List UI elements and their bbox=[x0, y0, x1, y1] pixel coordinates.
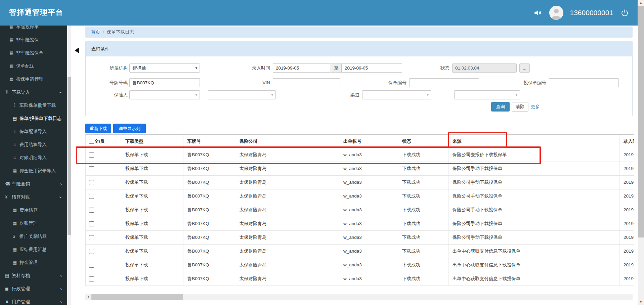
sidebar-item-4[interactable]: ▦投保申请管理 bbox=[0, 73, 67, 86]
chevron-down-icon: › bbox=[58, 91, 64, 93]
sidebar-item-16[interactable]: $推广奖励结算 bbox=[0, 230, 67, 243]
sidebar-item-label: 车险投保单 bbox=[16, 26, 39, 30]
vin-label: VIN bbox=[237, 78, 270, 87]
sidebar-item-17[interactable]: ▦应结费用汇总 bbox=[0, 243, 67, 256]
row-checkbox[interactable] bbox=[89, 263, 94, 268]
table-row: 投保单下载 鲁B007KQ 太保财险青岛 w_anda3 下载成功 保险公司手动… bbox=[86, 231, 634, 245]
cell-plate: 鲁B007KQ bbox=[183, 203, 235, 217]
row-checkbox[interactable] bbox=[89, 180, 94, 185]
org-select[interactable]: 智择通 ▾ bbox=[129, 63, 200, 73]
speaker-icon[interactable] bbox=[533, 8, 543, 17]
cell-status: 下载成功 bbox=[398, 148, 448, 162]
sidebar-collapse-toggle-icon[interactable] bbox=[75, 47, 79, 53]
cell-source: 出单中心获取支付信息下载投保单 bbox=[448, 258, 619, 272]
sidebar-item-19[interactable]: ▤资料存档› bbox=[0, 269, 67, 282]
cell-download-type: 投保单下载 bbox=[121, 162, 183, 175]
grid-icon: ▦ bbox=[9, 50, 16, 55]
sidebar-item-7[interactable]: ▤保单/投保单下载日志 bbox=[0, 112, 67, 125]
cell-entry-time: 2019-09-05 bbox=[619, 258, 634, 272]
sidebar-item-0[interactable]: ▦车险投保单 bbox=[0, 26, 67, 33]
dollar-icon: $ bbox=[13, 234, 19, 239]
cell-company: 太保财险青岛 bbox=[235, 176, 339, 189]
proposal-no-input[interactable] bbox=[549, 78, 619, 87]
vin-input[interactable] bbox=[273, 78, 340, 87]
row-checkbox[interactable] bbox=[89, 221, 94, 226]
row-checkbox[interactable] bbox=[89, 208, 94, 213]
cell-account: w_anda3 bbox=[339, 231, 398, 244]
entry-time-from-input[interactable] bbox=[273, 63, 331, 73]
status-picker-button[interactable]: ... bbox=[519, 63, 530, 73]
cell-company: 太保财险青岛 bbox=[235, 258, 339, 272]
sidebar-item-15[interactable]: ▦对账管理 bbox=[0, 217, 67, 230]
channel-select-1[interactable]: ▾ bbox=[362, 90, 431, 99]
cell-entry-time: 2019-09-05 bbox=[619, 231, 634, 244]
table-row: 投保单下载 鲁B007KQ 太保财险青岛 w_anda3 下载成功 保险公司手动… bbox=[86, 217, 634, 231]
sidebar-item-6[interactable]: ⇩车险保单批量下载 bbox=[0, 99, 67, 112]
channel-label: 渠道 bbox=[326, 90, 359, 99]
sidebar-item-11[interactable]: ▦押金抵用记录导入 bbox=[0, 164, 67, 177]
cell-source: 保险公司去报价下载投保单 bbox=[448, 148, 619, 162]
grid-icon: ▦ bbox=[9, 77, 16, 82]
sidebar-item-label: 对账管理 bbox=[19, 220, 38, 226]
row-checkbox[interactable] bbox=[89, 249, 94, 254]
insurer-select-2[interactable]: ▾ bbox=[208, 90, 276, 99]
col-header-download-type: 下载类型 bbox=[121, 135, 183, 148]
sidebar-item-20[interactable]: ◼行政管理› bbox=[0, 282, 67, 295]
plate-input[interactable] bbox=[129, 78, 200, 87]
import-icon: ⇩ bbox=[13, 142, 19, 147]
power-logout-icon[interactable] bbox=[620, 8, 629, 17]
redownload-button[interactable]: 重新下载 bbox=[85, 124, 111, 133]
status-input[interactable] bbox=[452, 63, 517, 73]
breadcrumb-home-link[interactable]: 首页 bbox=[91, 29, 100, 35]
vertical-scrollbar-thumb[interactable] bbox=[638, 6, 644, 237]
cell-entry-time: 2019-09-05 bbox=[619, 245, 634, 258]
horizontal-scrollbar-thumb[interactable] bbox=[91, 294, 183, 300]
sidebar-scrollbar-thumb[interactable] bbox=[68, 77, 71, 235]
sidebar-item-5[interactable]: ⇩下载导入› bbox=[0, 86, 67, 99]
channel-select-2[interactable]: ▾ bbox=[454, 90, 520, 99]
cell-status: 下载成功 bbox=[398, 245, 448, 258]
org-label: 所属机构 bbox=[94, 63, 128, 73]
insurer-select-1[interactable]: ▾ bbox=[129, 90, 200, 99]
sidebar-scrollbar[interactable] bbox=[67, 26, 71, 305]
download-log-table: 全/反 下载类型 车牌号 保险公司 出单帐号 状态 来源 录入时间 投保单下载 … bbox=[85, 134, 634, 286]
user-avatar[interactable] bbox=[549, 6, 563, 20]
row-checkbox[interactable] bbox=[89, 194, 94, 199]
policy-no-input[interactable] bbox=[409, 78, 479, 87]
adjust-columns-button[interactable]: 调整显示列 bbox=[113, 124, 146, 133]
scroll-down-arrow-icon[interactable]: ▼ bbox=[638, 299, 644, 305]
cell-company: 太保财险青岛 bbox=[235, 203, 339, 217]
cell-account: w_anda3 bbox=[339, 272, 398, 286]
cell-account: w_anda3 bbox=[339, 203, 398, 217]
cell-source: 出单中心获取支付信息下载投保单 bbox=[448, 245, 619, 258]
sidebar-item-2[interactable]: ▦非车险投保单 bbox=[0, 46, 67, 59]
select-all-checkbox[interactable] bbox=[89, 139, 94, 144]
clear-button[interactable]: 清除 bbox=[512, 102, 528, 112]
row-checkbox[interactable] bbox=[89, 235, 94, 240]
sidebar-item-18[interactable]: ▦押金管理 bbox=[0, 256, 67, 269]
sidebar-item-12[interactable]: ☎车险营销› bbox=[0, 177, 67, 190]
entry-time-to-input[interactable] bbox=[342, 63, 402, 73]
top-header-bar: 智择通管理平台 13600000001 bbox=[0, 0, 644, 26]
row-checkbox[interactable] bbox=[89, 166, 94, 171]
cell-download-type: 投保单下载 bbox=[121, 245, 183, 258]
sidebar-item-10[interactable]: ⇩对账明细导入 bbox=[0, 151, 67, 164]
sidebar-item-8[interactable]: ⇩保单配送导入 bbox=[0, 125, 67, 138]
sidebar-item-13[interactable]: ¥结算对账› bbox=[0, 190, 67, 204]
search-button[interactable]: 查询 bbox=[491, 102, 510, 112]
sidebar-item-3[interactable]: ▦保单配送 bbox=[0, 59, 67, 73]
grid-icon: ▦ bbox=[13, 168, 19, 173]
scroll-left-arrow-icon[interactable]: ‹ bbox=[85, 294, 91, 300]
row-checkbox[interactable] bbox=[89, 276, 94, 281]
sidebar-item-9[interactable]: ⇩费用结算导入 bbox=[0, 138, 67, 151]
more-link[interactable]: 更多 bbox=[531, 102, 540, 112]
horizontal-scrollbar[interactable]: ‹ bbox=[85, 294, 633, 300]
sidebar-item-label: 非车险投保 bbox=[16, 37, 39, 43]
sidebar-item-1[interactable]: ▦非车险投保 bbox=[0, 33, 67, 46]
vertical-scrollbar[interactable]: ▲ ▼ bbox=[638, 0, 644, 305]
row-checkbox[interactable] bbox=[89, 152, 94, 158]
sidebar-item-21[interactable]: ♟用户管理› bbox=[0, 295, 67, 305]
scroll-up-arrow-icon[interactable]: ▲ bbox=[638, 0, 644, 6]
sidebar-item-14[interactable]: ▦费用结算 bbox=[0, 204, 67, 217]
sidebar-item-label: 保单/投保单下载日志 bbox=[19, 116, 61, 122]
